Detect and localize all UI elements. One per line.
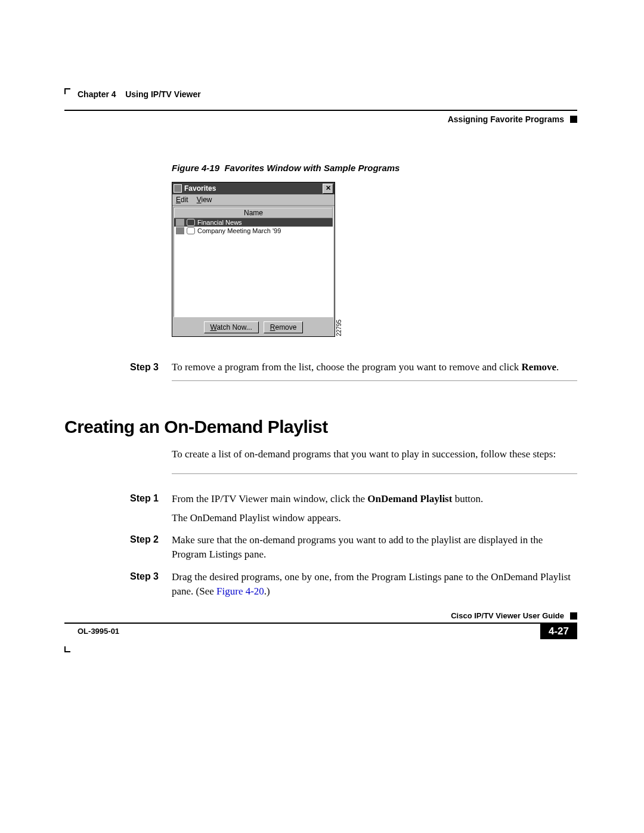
running-header: Chapter 4 Using IP/TV Viewer [64, 89, 577, 99]
doc-id: OL-3995-01 [64, 627, 119, 636]
list-item[interactable]: Company Meeting March '99 [174, 227, 333, 235]
step-label: Step 1 [130, 492, 172, 525]
step-text-a: To remove a program from the list, choos… [172, 361, 522, 373]
guide-title: Cisco IP/TV Viewer User Guide [451, 611, 564, 620]
chapter-number: Chapter 4 [78, 89, 116, 99]
header-rule [64, 110, 577, 111]
remove-button[interactable]: Remove [264, 321, 304, 333]
step-text-bold: Remove [522, 361, 557, 373]
audio-icon [176, 227, 184, 234]
footer-marker-icon [570, 612, 577, 620]
favorites-window: Favorites ✕ Edit View Name Financial New… [172, 182, 335, 337]
column-header-name[interactable]: Name [174, 208, 333, 218]
step-text: Make sure that the on-demand programs yo… [172, 533, 577, 562]
step-row: Step 3 Drag the desired programs, one by… [130, 570, 577, 599]
video-icon [176, 219, 184, 226]
step-text-frag: button. [452, 493, 483, 504]
menu-edit[interactable]: Edit [176, 196, 188, 204]
step-text: Drag the desired programs, one by one, f… [172, 570, 577, 599]
heading-ondemand: Creating an On-Demand Playlist [64, 417, 577, 437]
steps-divider [172, 473, 577, 474]
app-icon [174, 184, 182, 193]
window-title: Favorites [184, 184, 216, 193]
watch-now-button[interactable]: Watch Now... [204, 321, 259, 333]
intro-paragraph: To create a list of on-demand programs t… [172, 448, 577, 462]
tag-icon [187, 227, 195, 234]
figure-caption: Figure 4-19 Favorites Window with Sample… [172, 163, 577, 173]
step-text-c: . [556, 361, 559, 373]
step-text: To remove a program from the list, choos… [172, 361, 577, 374]
step-text-frag: .) [264, 586, 270, 597]
list-item-label: Company Meeting March '99 [197, 227, 281, 234]
section-marker-icon [570, 116, 577, 123]
menu-view[interactable]: View [197, 196, 212, 204]
step-text: From the IP/TV Viewer main window, click… [172, 492, 577, 525]
menubar: Edit View [172, 194, 335, 206]
titlebar-left: Favorites [174, 184, 216, 193]
step-text-frag: From the IP/TV Viewer main window, click… [172, 493, 367, 504]
step-row: Step 2 Make sure that the on-demand prog… [130, 533, 577, 562]
section-header: Assigning Favorite Programs [64, 114, 577, 124]
figure-title: Favorites Window with Sample Programs [224, 163, 400, 173]
page-footer: Cisco IP/TV Viewer User Guide OL-3995-01… [64, 611, 577, 639]
button-bar: Watch Now... Remove [172, 318, 335, 336]
step-label: Step 3 [130, 361, 172, 374]
section-divider [172, 380, 577, 381]
chapter-info: Chapter 4 Using IP/TV Viewer [78, 89, 201, 99]
crop-mark-bl [64, 646, 70, 652]
figure-code: 22795 [336, 320, 342, 336]
figure-xref-link[interactable]: Figure 4-20 [216, 586, 264, 597]
list-area: Name Financial News Company Meeting Marc… [174, 207, 333, 317]
figure-number: Figure 4-19 [172, 163, 219, 173]
step-row: Step 3 To remove a program from the list… [130, 361, 577, 374]
steps-list: Step 1 From the IP/TV Viewer main window… [130, 492, 577, 599]
page-number: 4-27 [540, 624, 577, 639]
footer-rule [64, 623, 577, 624]
step-label: Step 2 [130, 533, 172, 562]
footer-guide-line: Cisco IP/TV Viewer User Guide [64, 611, 577, 620]
list-item[interactable]: Financial News [174, 218, 333, 227]
step-block-top: Step 3 To remove a program from the list… [130, 361, 577, 374]
titlebar: Favorites ✕ [172, 182, 335, 194]
close-button[interactable]: ✕ [323, 184, 333, 194]
chapter-title: Using IP/TV Viewer [125, 89, 201, 99]
step-text-bold: OnDemand Playlist [367, 493, 452, 504]
page-content: Chapter 4 Using IP/TV Viewer Assigning F… [64, 89, 577, 607]
footer-bottom: OL-3995-01 4-27 [64, 627, 577, 639]
step-label: Step 3 [130, 570, 172, 599]
section-title: Assigning Favorite Programs [448, 114, 564, 124]
step-text-frag: Make sure that the on-demand programs yo… [172, 534, 543, 560]
tag-icon [187, 219, 195, 226]
step-sub: The OnDemand Playlist window appears. [172, 511, 577, 525]
list-item-label: Financial News [197, 219, 242, 226]
step-row: Step 1 From the IP/TV Viewer main window… [130, 492, 577, 525]
